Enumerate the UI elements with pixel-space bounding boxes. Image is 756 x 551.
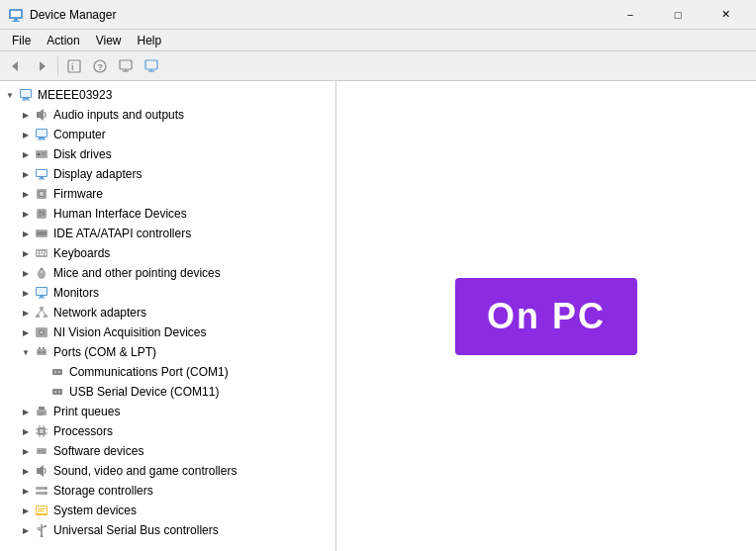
monitor-button[interactable] [140, 54, 163, 78]
expand-print[interactable]: ▶ [18, 404, 34, 419]
tree-item-usb-serial[interactable]: USB Serial Device (COM11) [0, 382, 335, 402]
svg-rect-50 [45, 254, 47, 256]
tree-item-firmware[interactable]: ▶ Firmware [0, 184, 335, 204]
expand-sound[interactable]: ▶ [18, 463, 34, 479]
tree-item-computer[interactable]: ▶ Computer [0, 125, 335, 144]
svg-rect-44 [37, 251, 39, 253]
svg-rect-103 [37, 506, 47, 513]
main-content: ▼ MEEEE03923 ▶ Audio inpu [0, 81, 756, 551]
expand-processors[interactable]: ▶ [18, 423, 34, 439]
tree-item-display[interactable]: ▶ Display adapters [0, 164, 335, 184]
menu-view[interactable]: View [88, 32, 130, 49]
svg-rect-74 [52, 389, 62, 395]
expand-usb[interactable]: ▶ [18, 522, 34, 538]
tree-item-network[interactable]: ▶ Network adapters [0, 303, 335, 322]
expand-storage[interactable]: ▶ [18, 483, 34, 499]
close-button[interactable]: ✕ [703, 0, 748, 30]
expand-ports[interactable]: ▼ [18, 344, 34, 360]
menu-help[interactable]: Help [130, 32, 170, 49]
svg-marker-97 [40, 465, 44, 477]
svg-rect-69 [39, 347, 41, 349]
expand-disk[interactable]: ▶ [18, 146, 34, 162]
svg-rect-105 [38, 510, 44, 511]
expand-network[interactable]: ▶ [18, 305, 34, 321]
tree-item-hid[interactable]: ▶ Human Interface Devices [0, 204, 335, 224]
svg-rect-42 [37, 231, 47, 235]
device-tree[interactable]: ▼ MEEEE03923 ▶ Audio inpu [0, 81, 336, 551]
tree-item-sound[interactable]: ▶ Sound, video and game controllers [0, 461, 335, 481]
tree-item-disk[interactable]: ▶ Disk drives [0, 144, 335, 164]
software-icon [34, 443, 49, 459]
expand-ide[interactable]: ▶ [18, 226, 34, 241]
processor-icon [34, 423, 49, 439]
tree-item-ni[interactable]: ▶ NI Vision Acquisition Devices [0, 322, 335, 342]
svg-rect-94 [42, 450, 45, 451]
expand-root[interactable]: ▼ [2, 87, 18, 103]
svg-rect-33 [39, 179, 45, 180]
minimize-button[interactable]: − [608, 0, 653, 30]
hid-label: Human Interface Devices [53, 207, 187, 221]
menu-action[interactable]: Action [39, 32, 87, 49]
svg-rect-24 [39, 138, 45, 139]
svg-point-67 [39, 351, 41, 353]
computer-label: Computer [53, 128, 106, 141]
svg-rect-93 [39, 450, 41, 452]
menu-file[interactable]: File [4, 32, 39, 49]
tree-item-system[interactable]: ▶ System devices [0, 501, 335, 520]
expand-computer[interactable]: ▶ [18, 127, 34, 142]
tree-item-ide[interactable]: ▶ IDE ATA/ATAPI controllers [0, 224, 335, 243]
svg-line-61 [38, 310, 42, 315]
help-button[interactable]: ? [88, 54, 112, 78]
audio-label: Audio inputs and outputs [53, 108, 184, 122]
tree-item-root[interactable]: ▼ MEEEE03923 [0, 85, 335, 105]
expand-firmware[interactable]: ▶ [18, 186, 34, 202]
tree-item-storage[interactable]: ▶ Storage controllers [0, 481, 335, 501]
svg-point-110 [38, 527, 40, 529]
svg-rect-79 [39, 413, 45, 413]
expand-keyboards[interactable]: ▶ [18, 245, 34, 261]
forward-button[interactable] [30, 54, 53, 78]
keyboard-icon [34, 245, 49, 261]
firmware-icon [34, 186, 49, 202]
maximize-button[interactable]: □ [655, 0, 701, 30]
svg-rect-17 [21, 90, 31, 97]
tree-item-audio[interactable]: ▶ Audio inputs and outputs [0, 105, 335, 125]
computer-sm-icon [34, 127, 49, 142]
tree-item-keyboards[interactable]: ▶ Keyboards [0, 243, 335, 263]
svg-rect-40 [39, 215, 42, 217]
expand-monitors[interactable]: ▶ [18, 285, 34, 301]
expand-system[interactable]: ▶ [18, 503, 34, 518]
sound-label: Sound, video and game controllers [53, 464, 236, 478]
system-label: System devices [53, 504, 137, 517]
svg-rect-10 [120, 60, 132, 69]
svg-rect-18 [23, 98, 29, 100]
sound-icon [34, 463, 49, 479]
toolbar: i ? [0, 51, 756, 81]
expand-ni[interactable]: ▶ [18, 324, 34, 340]
back-button[interactable] [4, 54, 28, 78]
svg-rect-23 [37, 130, 47, 137]
tree-item-processors[interactable]: ▶ Processors [0, 421, 335, 441]
scan-button[interactable] [114, 54, 138, 78]
tree-item-com1[interactable]: Communications Port (COM1) [0, 362, 335, 382]
ide-label: IDE ATA/ATAPI controllers [53, 227, 191, 240]
expand-audio[interactable]: ▶ [18, 107, 34, 123]
tree-item-mice[interactable]: ▶ Mice and other pointing devices [0, 263, 335, 283]
svg-rect-36 [40, 192, 44, 196]
expand-hid[interactable]: ▶ [18, 206, 34, 222]
storage-label: Storage controllers [53, 484, 153, 498]
tree-item-software[interactable]: ▶ Software devices [0, 441, 335, 461]
tree-item-print[interactable]: ▶ Print queues [0, 402, 335, 421]
expand-software[interactable]: ▶ [18, 443, 34, 459]
expand-mice[interactable]: ▶ [18, 265, 34, 281]
svg-point-27 [38, 153, 41, 156]
svg-point-73 [58, 371, 60, 373]
computer-icon [18, 87, 34, 103]
svg-rect-31 [37, 170, 47, 176]
tree-item-usb[interactable]: ▶ Universal Serial Bus controllers [0, 520, 335, 540]
properties-button[interactable]: i [62, 54, 86, 78]
expand-display[interactable]: ▶ [18, 166, 34, 182]
display-label: Display adapters [53, 167, 142, 181]
tree-item-monitors[interactable]: ▶ Monitors [0, 283, 335, 303]
tree-item-ports[interactable]: ▼ Ports (COM & LPT) [0, 342, 335, 362]
